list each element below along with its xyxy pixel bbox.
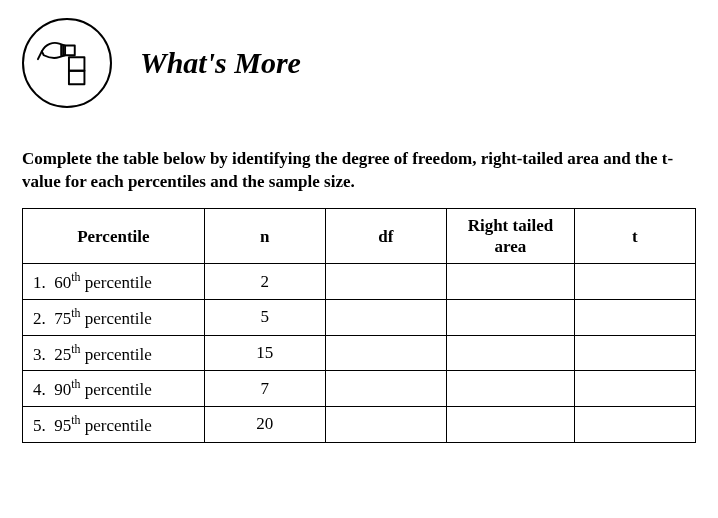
instructions-text: Complete the table below by identifying … — [22, 148, 696, 194]
cell-df[interactable] — [325, 407, 446, 443]
cell-t[interactable] — [574, 300, 695, 336]
cell-right-tailed[interactable] — [446, 335, 574, 371]
cell-percentile: 3. 25th percentile — [23, 335, 205, 371]
worksheet-header: What's More — [22, 18, 696, 108]
cell-t[interactable] — [574, 335, 695, 371]
table-row: 1. 60th percentile 2 — [23, 264, 696, 300]
cell-df[interactable] — [325, 264, 446, 300]
cell-t[interactable] — [574, 264, 695, 300]
header-percentile: Percentile — [23, 208, 205, 264]
worksheet-table: Percentile n df Right tailed area t 1. 6… — [22, 208, 696, 443]
page-title: What's More — [140, 46, 301, 80]
svg-rect-1 — [69, 57, 85, 71]
header-right-tailed: Right tailed area — [446, 208, 574, 264]
cell-n: 20 — [204, 407, 325, 443]
hand-stacking-blocks-icon — [22, 18, 112, 108]
table-row: 4. 90th percentile 7 — [23, 371, 696, 407]
cell-right-tailed[interactable] — [446, 300, 574, 336]
cell-n: 5 — [204, 300, 325, 336]
cell-right-tailed[interactable] — [446, 264, 574, 300]
cell-df[interactable] — [325, 300, 446, 336]
cell-t[interactable] — [574, 407, 695, 443]
cell-df[interactable] — [325, 371, 446, 407]
cell-df[interactable] — [325, 335, 446, 371]
header-n: n — [204, 208, 325, 264]
cell-percentile: 2. 75th percentile — [23, 300, 205, 336]
table-row: 3. 25th percentile 15 — [23, 335, 696, 371]
header-t: t — [574, 208, 695, 264]
cell-right-tailed[interactable] — [446, 371, 574, 407]
cell-t[interactable] — [574, 371, 695, 407]
cell-n: 15 — [204, 335, 325, 371]
cell-n: 2 — [204, 264, 325, 300]
table-row: 5. 95th percentile 20 — [23, 407, 696, 443]
table-header-row: Percentile n df Right tailed area t — [23, 208, 696, 264]
table-row: 2. 75th percentile 5 — [23, 300, 696, 336]
cell-right-tailed[interactable] — [446, 407, 574, 443]
cell-percentile: 5. 95th percentile — [23, 407, 205, 443]
header-df: df — [325, 208, 446, 264]
svg-rect-0 — [69, 71, 85, 85]
cell-percentile: 4. 90th percentile — [23, 371, 205, 407]
cell-n: 7 — [204, 371, 325, 407]
cell-percentile: 1. 60th percentile — [23, 264, 205, 300]
